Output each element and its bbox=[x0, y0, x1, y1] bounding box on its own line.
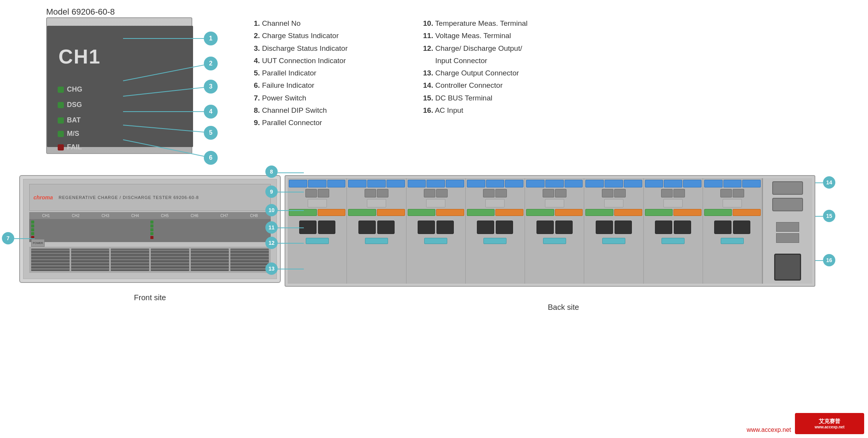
panel-box: CH1 CHG DSG BAT M/S FAIL bbox=[46, 17, 192, 154]
fail-dot bbox=[58, 144, 64, 150]
back-col-7 bbox=[644, 178, 703, 284]
bat-label: BAT bbox=[67, 116, 81, 124]
back-col-5 bbox=[525, 178, 584, 284]
lan-port-1 bbox=[776, 222, 799, 232]
callout-3: 3 bbox=[204, 80, 218, 94]
back-col-4 bbox=[466, 178, 525, 284]
back-col-3 bbox=[407, 178, 466, 284]
panel-dark-strip: CH1 CHG DSG BAT M/S FAIL bbox=[47, 26, 193, 147]
callout-badge-15: 15 bbox=[823, 210, 835, 222]
desc-item-15: 15. DC BUS Terminal bbox=[423, 92, 615, 104]
desc-item-3: 3. Discharge Status Indicator bbox=[254, 42, 415, 55]
back-site-area: 8 9 10 11 12 13 14 15 16 Back site bbox=[285, 169, 842, 300]
callout-line-7 bbox=[14, 238, 35, 239]
front-vents bbox=[29, 247, 271, 273]
front-device-title: REGENERATIVE CHARGE / DISCHARGE TESTER 6… bbox=[59, 195, 199, 200]
desc-left: 1. Channel No 2. Charge Status Indicator… bbox=[254, 17, 415, 129]
desc-item-8: 8. Channel DIP Switch bbox=[254, 104, 415, 117]
logo-line2: www.accexp.net bbox=[815, 425, 844, 430]
db9-top bbox=[772, 181, 803, 195]
callout-badge-10: 10 bbox=[265, 204, 278, 216]
ch8-small: CH8 bbox=[239, 214, 269, 218]
desc-item-7: 7. Power Switch bbox=[254, 92, 415, 104]
desc-item-6: 6. Failure Indicator bbox=[254, 79, 415, 92]
callout-line-8 bbox=[278, 172, 304, 173]
callout-badge-9: 9 bbox=[265, 186, 278, 198]
front-site-label: Front site bbox=[134, 293, 166, 302]
callout-line-16 bbox=[815, 260, 823, 261]
black-conn-1b bbox=[318, 221, 335, 234]
blue-conn-1c bbox=[327, 180, 346, 187]
blue-conn-1b bbox=[308, 180, 327, 187]
db9-bottom bbox=[772, 198, 803, 211]
ch3-small: CH3 bbox=[91, 214, 120, 218]
desc-item-4: 4. UUT Connection Indicator bbox=[254, 55, 415, 67]
desc-item-11: 11. Voltage Meas. Terminal bbox=[423, 30, 615, 42]
front-channel-labels: CH1 CH2 CH3 CH4 CH5 CH6 CH7 CH8 bbox=[29, 212, 271, 219]
ch2-small: CH2 bbox=[61, 214, 90, 218]
lan-port-2 bbox=[776, 233, 799, 243]
website-text: www.accexp.net bbox=[746, 426, 791, 433]
callout-badge-8: 8 bbox=[265, 166, 278, 178]
ac-input-port bbox=[774, 254, 801, 281]
callout-line-15 bbox=[815, 216, 823, 217]
fail-indicator: FAIL bbox=[58, 143, 82, 151]
power-switch-front: POWER bbox=[31, 239, 45, 247]
rj45-1b bbox=[318, 189, 329, 197]
front-indicators-area bbox=[29, 219, 271, 242]
back-col-6 bbox=[584, 178, 643, 284]
callout-badge-16: 16 bbox=[823, 254, 835, 266]
rj45-1a bbox=[305, 189, 317, 197]
desc-item-14: 14. Controller Connector bbox=[423, 79, 615, 92]
ch5-small: CH5 bbox=[150, 214, 180, 218]
front-site-area: chroma REGENERATIVE CHARGE / DISCHARGE T… bbox=[19, 175, 281, 291]
callout-6: 6 bbox=[204, 151, 218, 165]
device-back bbox=[285, 175, 815, 287]
desc-item-10: 10. Temperature Meas. Terminal bbox=[423, 17, 615, 30]
ms-label: M/S bbox=[67, 130, 79, 138]
desc-item-16: 16. AC Input bbox=[423, 104, 615, 117]
chg-dot bbox=[58, 87, 64, 93]
callout-line-10 bbox=[278, 210, 304, 211]
callout-4: 4 bbox=[204, 105, 218, 119]
ch1-label: CH1 bbox=[58, 45, 101, 68]
logo-line1: 艾克赛普 bbox=[815, 418, 844, 425]
device-front-inner: chroma REGENERATIVE CHARGE / DISCHARGE T… bbox=[23, 179, 277, 279]
bat-indicator: BAT bbox=[58, 116, 81, 124]
desc-item-12: 12. Charge/ Discharge Output/ Input Conn… bbox=[423, 42, 615, 67]
callout-line-12 bbox=[278, 243, 304, 244]
desc-item-13: 13. Charge Output Connector bbox=[423, 67, 615, 79]
dsg-label: DSG bbox=[67, 101, 82, 109]
dsg-dot bbox=[58, 102, 64, 108]
back-site-label: Back site bbox=[548, 303, 579, 312]
ch7-small: CH7 bbox=[210, 214, 239, 218]
ms-indicator: M/S bbox=[58, 130, 79, 138]
bottom-logo: 艾克赛普 www.accexp.net bbox=[795, 413, 864, 434]
front-logo: chroma bbox=[33, 194, 53, 201]
callout-2: 2 bbox=[204, 57, 218, 70]
back-right-panel bbox=[762, 178, 812, 284]
callout-badge-12: 12 bbox=[265, 237, 278, 249]
callout-badge-13: 13 bbox=[265, 262, 278, 275]
back-col-2 bbox=[347, 178, 406, 284]
desc-right: 10. Temperature Meas. Terminal 11. Volta… bbox=[423, 17, 615, 117]
bottom-logo-text: 艾克赛普 www.accexp.net bbox=[815, 418, 844, 430]
desc-item-5: 5. Parallel Indicator bbox=[254, 67, 415, 79]
front-logo-area: chroma REGENERATIVE CHARGE / DISCHARGE T… bbox=[29, 184, 271, 211]
desc-item-1: 1. Channel No bbox=[254, 17, 415, 30]
ms-dot bbox=[58, 131, 64, 137]
callout-1: 1 bbox=[204, 32, 218, 45]
callout-line-9 bbox=[278, 192, 304, 192]
ch6-small: CH6 bbox=[180, 214, 209, 218]
desc-item-9: 9. Parallel Connector bbox=[254, 117, 415, 129]
callout-line-13 bbox=[278, 269, 304, 269]
callout-badge-7: 7 bbox=[2, 232, 14, 244]
chg-indicator: CHG bbox=[58, 85, 82, 94]
ch4-small: CH4 bbox=[120, 214, 150, 218]
back-inner bbox=[288, 178, 812, 284]
desc-item-2: 2. Charge Status Indicator bbox=[254, 30, 415, 42]
callout-badge-14: 14 bbox=[823, 176, 835, 189]
callout-line-14 bbox=[815, 182, 823, 183]
chg-label: CHG bbox=[67, 85, 82, 94]
model-title: Model 69206-60-8 bbox=[46, 7, 115, 17]
